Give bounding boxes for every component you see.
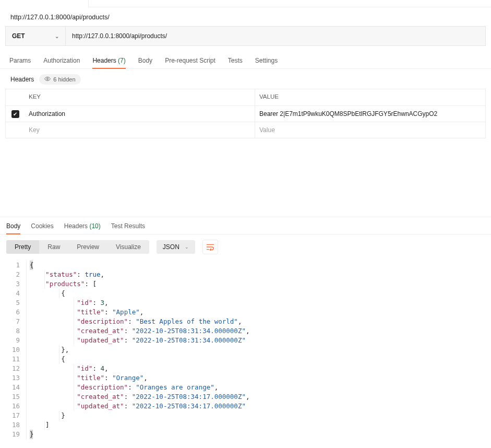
tab-tests[interactable]: Tests bbox=[228, 57, 243, 68]
code-line[interactable]: "title": "Orange", bbox=[30, 373, 491, 383]
response-body[interactable]: 12345678910111213141516171819 { "status"… bbox=[0, 260, 491, 448]
tab-bar bbox=[0, 0, 491, 7]
code-line[interactable]: "description": "Oranges are orange", bbox=[30, 383, 491, 392]
http-method-label: GET bbox=[12, 32, 25, 40]
code-line[interactable]: "id": 3, bbox=[30, 298, 491, 308]
hidden-count-label: 6 hidden bbox=[53, 76, 75, 82]
chevron-down-icon: ⌄ bbox=[55, 33, 59, 39]
tab-params[interactable]: Params bbox=[9, 57, 31, 68]
headers-label: Headers bbox=[10, 76, 34, 83]
code-line[interactable]: } bbox=[30, 430, 491, 439]
headers-subheader: Headers 6 hidden bbox=[0, 69, 491, 89]
header-key-input[interactable]: Authorization bbox=[25, 106, 255, 122]
view-preview[interactable]: Preview bbox=[68, 240, 107, 254]
code-line[interactable]: "updated_at": "2022-10-25T08:34:17.00000… bbox=[30, 402, 491, 411]
code-line[interactable]: "products": [ bbox=[30, 279, 491, 289]
code-line[interactable]: }, bbox=[30, 345, 491, 355]
header-checkbox[interactable]: ✔ bbox=[6, 106, 25, 122]
tab-settings[interactable]: Settings bbox=[255, 57, 278, 68]
active-request-tab[interactable] bbox=[0, 0, 89, 7]
code-line[interactable]: ] bbox=[30, 420, 491, 430]
response-tabs: Body Cookies Headers (10) Test Results bbox=[0, 217, 491, 234]
tab-headers-count: (7) bbox=[118, 57, 126, 64]
request-title: http://127.0.0.1:8000/api/products/ bbox=[0, 7, 491, 26]
col-value-header: VALUE bbox=[255, 89, 485, 105]
code-line[interactable]: { bbox=[30, 261, 491, 270]
resp-tab-headers-count: (10) bbox=[89, 222, 100, 230]
code-line[interactable]: } bbox=[30, 411, 491, 420]
json-viewer[interactable]: { "status": true, "products": [ { "id": … bbox=[26, 261, 491, 439]
resp-tab-cookies[interactable]: Cookies bbox=[31, 222, 53, 234]
code-line[interactable]: "description": "Best Apples of the world… bbox=[30, 317, 491, 326]
tab-body[interactable]: Body bbox=[138, 57, 152, 68]
hidden-headers-toggle[interactable]: 6 hidden bbox=[39, 74, 80, 85]
view-visualize[interactable]: Visualize bbox=[107, 240, 149, 254]
header-row: ✔ Authorization Bearer 2|E7m1tP9wkuK0QM8… bbox=[6, 106, 485, 122]
resp-tab-body[interactable]: Body bbox=[6, 222, 20, 234]
header-checkbox-empty[interactable] bbox=[6, 122, 25, 138]
view-raw[interactable]: Raw bbox=[39, 240, 68, 254]
line-numbers: 12345678910111213141516171819 bbox=[0, 261, 26, 439]
wrap-lines-button[interactable] bbox=[202, 240, 218, 254]
eye-icon bbox=[44, 76, 51, 83]
tab-authorization[interactable]: Authorization bbox=[43, 57, 80, 68]
request-row: GET ⌄ http://127.0.0.1:8000/api/products… bbox=[5, 26, 486, 46]
col-check bbox=[6, 89, 25, 105]
code-line[interactable]: "created_at": "2022-10-25T08:31:34.00000… bbox=[30, 326, 491, 336]
svg-point-0 bbox=[47, 78, 49, 80]
headers-table: KEY VALUE ✔ Authorization Bearer 2|E7m1t… bbox=[5, 89, 486, 138]
content-type-select[interactable]: JSON ⌄ bbox=[157, 240, 195, 254]
header-row-empty: Key Value bbox=[6, 122, 485, 138]
code-line[interactable]: "updated_at": "2022-10-25T08:31:34.00000… bbox=[30, 336, 491, 345]
wrap-icon bbox=[206, 243, 214, 251]
col-key-header: KEY bbox=[25, 89, 255, 105]
resp-tab-headers-label: Headers bbox=[64, 222, 88, 230]
header-value-input[interactable]: Bearer 2|E7m1tP9wkuK0QM8SPbEtlRGJFGY5rEh… bbox=[255, 106, 485, 122]
http-method-select[interactable]: GET ⌄ bbox=[6, 27, 66, 45]
spacer bbox=[0, 138, 491, 217]
header-value-placeholder[interactable]: Value bbox=[255, 122, 485, 138]
resp-tab-testresults[interactable]: Test Results bbox=[111, 222, 145, 234]
code-line[interactable]: "title": "Apple", bbox=[30, 308, 491, 317]
chevron-down-icon: ⌄ bbox=[185, 244, 189, 250]
code-line[interactable]: "status": true, bbox=[30, 270, 491, 279]
code-line[interactable]: { bbox=[30, 355, 491, 364]
header-key-placeholder[interactable]: Key bbox=[25, 122, 255, 138]
response-toolbar: Pretty Raw Preview Visualize JSON ⌄ bbox=[0, 234, 491, 260]
resp-tab-headers[interactable]: Headers (10) bbox=[64, 222, 101, 234]
code-line[interactable]: { bbox=[30, 289, 491, 298]
view-pretty[interactable]: Pretty bbox=[6, 240, 39, 254]
code-line[interactable]: "created_at": "2022-10-25T08:34:17.00000… bbox=[30, 392, 491, 402]
tab-headers-label: Headers bbox=[92, 57, 116, 64]
code-line[interactable]: "id": 4, bbox=[30, 364, 491, 373]
check-icon: ✔ bbox=[11, 110, 19, 118]
request-tabs: Params Authorization Headers (7) Body Pr… bbox=[0, 52, 491, 69]
tab-headers[interactable]: Headers (7) bbox=[92, 57, 125, 68]
content-type-label: JSON bbox=[163, 243, 179, 251]
request-url-input[interactable]: http://127.0.0.1:8000/api/products/ bbox=[66, 27, 485, 45]
view-mode-tabs: Pretty Raw Preview Visualize bbox=[6, 240, 149, 254]
headers-table-head: KEY VALUE bbox=[6, 89, 485, 106]
tab-prerequest[interactable]: Pre-request Script bbox=[165, 57, 215, 68]
